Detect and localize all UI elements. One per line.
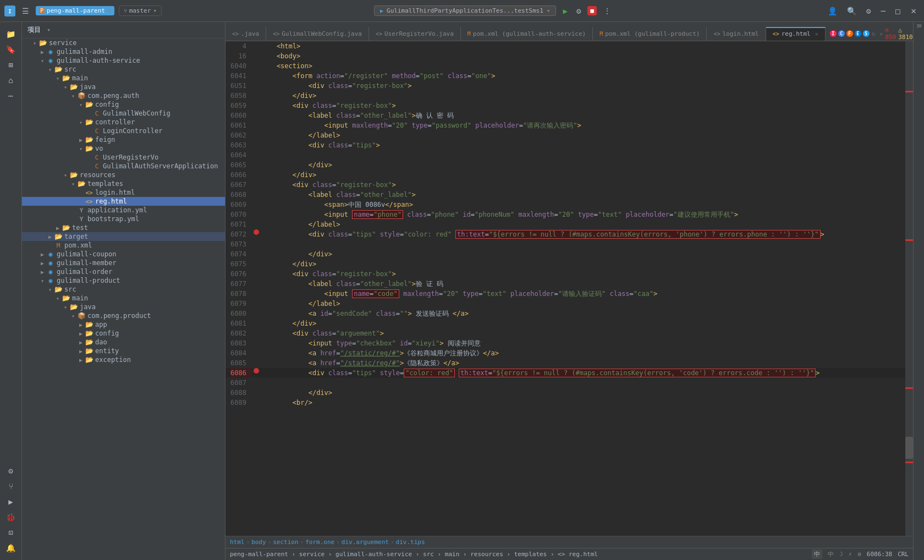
more-button[interactable]: ⋮ [601,6,613,17]
tree-item-java-product[interactable]: ▾ 📂 java [22,303,225,311]
tree-item-vo[interactable]: ▾ 📂 vo [22,144,225,153]
tree-item-test-auth[interactable]: ▶ 📂 test [22,223,225,232]
tab-reg-close[interactable]: ✕ [815,31,818,37]
sidebar-icon-search[interactable]: ⌂ [0,73,21,88]
tab-GulimallWebConfig[interactable]: <> GulimallWebConfig.java [266,27,369,41]
tree-item-service[interactable]: ▾ 📂 service [22,39,225,47]
breadcrumb-form[interactable]: form.one [305,539,334,546]
tab-reg[interactable]: <> reg.html ✕ [766,27,826,41]
breadcrumb-div-tips[interactable]: div.tips [396,539,425,546]
sidebar-icon-run[interactable]: ▶ [0,494,21,509]
tree-item-app-product[interactable]: ▶ 📂 app [22,320,225,329]
sidebar-icon-git[interactable]: ⑂ [0,479,21,494]
tree-item-controller[interactable]: ▾ 📂 controller [22,118,225,127]
code-text-6076: <div class="register-box"> [261,269,396,279]
tree-label-GulimallAuthApp: GulimallAuthServerApplication [103,162,218,170]
tree-item-dao-product[interactable]: ▶ 📂 dao [22,338,225,347]
power-icon[interactable]: ⚡ [849,551,853,558]
safari-icon[interactable]: S [863,30,870,37]
tree-item-LoginController[interactable]: C LoginController [22,127,225,135]
sidebar-icon-project[interactable]: 📁 [0,26,21,42]
tree-item-main-product[interactable]: ▾ 📂 main [22,294,225,303]
sidebar-icon-terminal[interactable]: ⊡ [0,525,21,540]
code-line-6067: 6067 <div class="register-box"> [226,180,905,190]
ime-zh[interactable]: 中 [812,550,822,559]
tree-item-src-product[interactable]: ▾ 📂 src [22,285,225,294]
search-button[interactable]: 🔍 [845,6,859,17]
tree-item-config-product[interactable]: ▶ 📂 config [22,329,225,338]
sidebar-icon-settings[interactable]: ⚙ [0,463,21,479]
tab-pom-auth[interactable]: M pom.xml (gulimall-auth-service) [461,27,593,41]
run-button[interactable]: ▶ [560,6,569,17]
settings-status-icon[interactable]: ⚙ [857,551,861,558]
tree-item-gulimall-auth-service[interactable]: ▾ ◉ gulimall-auth-service [22,56,225,65]
tree-item-feign[interactable]: ▶ 📂 feign [22,135,225,144]
tree-item-application-yml[interactable]: Y application.yml [22,206,225,215]
tree-item-gulimall-product[interactable]: ▾ ◉ gulimall-product [22,276,225,285]
run-config[interactable]: ▶ GulimallThirdPartyApplicationTes...tes… [374,6,556,16]
sidebar-icon-structure[interactable]: ⊞ [0,57,21,73]
tree-item-GulimallWebConfig[interactable]: C GulimallWebConfig [22,109,225,118]
tab-login[interactable]: <> login.html [707,27,766,41]
chrome-icon[interactable]: C [838,30,845,37]
tree-item-gulimall-admin[interactable]: ▶ ◉ gulimall-admin [22,47,225,56]
scroll-gutter[interactable] [905,41,913,536]
tree-item-target-auth[interactable]: ▶ 📂 target [22,232,225,241]
code-area[interactable]: 4 <html> 16 <body> 6040 [226,41,905,536]
sidebar-icon-debug[interactable]: 🐞 [0,509,21,525]
tree-item-java-auth[interactable]: ▾ 📂 java [22,83,225,91]
ime-en[interactable]: 中 [828,550,834,558]
tree-item-gulimall-order[interactable]: ▶ ◉ gulimall-order [22,267,225,276]
tab-preview-reload[interactable]: ↻ [872,30,876,37]
breadcrumb-html[interactable]: html [230,539,245,546]
tree-item-bootstrap-yml[interactable]: Y bootstrap.yml [22,215,225,223]
editor-content[interactable]: 4 <html> 16 <body> 6040 [226,41,913,536]
tree-item-src-auth[interactable]: ▾ 📂 src [22,65,225,74]
tree-item-config[interactable]: ▾ 📂 config [22,100,225,109]
edge-icon[interactable]: E [855,30,861,37]
sidebar-icon-more[interactable]: ⋯ [0,88,21,103]
project-badge[interactable]: P peng-mall-parent ▾ [36,6,114,15]
tree-content[interactable]: ▾ 📂 service ▶ ◉ gulimall-admin ▾ ◉ gulim… [22,39,225,560]
tree-item-gulimall-member[interactable]: ▶ ◉ gulimall-member [22,259,225,267]
tree-item-com-peng-auth[interactable]: ▾ 📦 com.peng.auth [22,91,225,100]
scroll-thumb[interactable] [905,437,913,459]
tree-item-exception-product[interactable]: ▶ 📂 exception [22,355,225,364]
maximize-button[interactable]: □ [893,6,902,17]
settings-button[interactable]: ⚙ [864,6,873,17]
tree-item-main-auth[interactable]: ▾ 📂 main [22,74,225,83]
minimize-button[interactable]: ─ [878,6,887,17]
tree-item-reg-html[interactable]: <> reg.html [22,197,225,206]
tab-java[interactable]: <> .java [226,27,266,41]
firefox-icon[interactable]: F [846,30,853,37]
window-close-button[interactable]: ✕ [908,6,920,16]
breadcrumb-body[interactable]: body [251,539,266,546]
tab-pom-product[interactable]: M pom.xml (gulimall-product) [593,27,707,41]
tree-item-GulimallAuthApp[interactable]: C GulimallAuthServerApplication [22,162,225,171]
build-button[interactable]: ⚙ [574,6,583,17]
branch-badge[interactable]: ⑂ master ▾ [119,6,162,16]
tree-item-com-peng-product[interactable]: ▾ 📦 com.peng.product [22,311,225,320]
tree-item-UserRegisterVo[interactable]: C UserRegisterVo [22,153,225,162]
branch-name: master [129,7,151,14]
sidebar-icon-bookmarks[interactable]: 🔖 [0,42,21,57]
tab-browser-close[interactable]: ✕ [879,31,883,37]
tree-item-login-html[interactable]: <> login.html [22,188,225,197]
tree-item-resources-auth[interactable]: ▾ 📂 resources [22,171,225,179]
theme-toggle[interactable]: ☽ [839,551,843,558]
profile-button[interactable]: 👤 [826,6,839,17]
tree-item-gulimall-coupon[interactable]: ▶ ◉ gulimall-coupon [22,250,225,259]
code-text-6062: </label> [261,130,340,140]
hamburger-menu[interactable]: ☰ [20,4,31,18]
tree-item-entity-product[interactable]: ▶ 📂 entity [22,347,225,355]
right-panel-label[interactable]: R [915,24,922,28]
breadcrumb-section[interactable]: section [273,539,298,546]
stop-button[interactable]: ■ [587,6,597,15]
idea-icon[interactable]: I [830,30,837,37]
breadcrumb-div-arguement[interactable]: div.arguement [342,539,389,546]
right-panel-icons: R [913,22,924,560]
tab-UserRegisterVo[interactable]: <> UserRegisterVo.java [369,27,461,41]
sidebar-icon-notifications[interactable]: 🔔 [0,540,21,556]
tree-item-templates-auth[interactable]: ▾ 📂 templates [22,179,225,188]
tree-item-pom-auth[interactable]: M pom.xml [22,241,225,250]
